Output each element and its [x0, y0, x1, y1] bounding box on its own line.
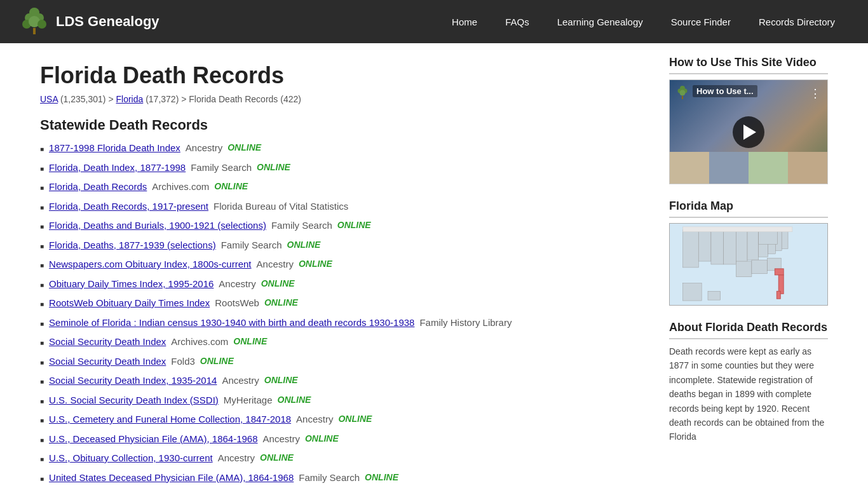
list-item: Social Security Death Index, 1935-2014 A…: [40, 374, 650, 388]
list-item: U.S., Deceased Physician File (AMA), 186…: [40, 432, 650, 447]
list-item: Obituary Daily Times Index, 1995-2016 An…: [40, 277, 650, 292]
record-link[interactable]: United States Deceased Physician File (A…: [49, 471, 294, 485]
map-section-title: Florida Map: [669, 200, 828, 218]
play-triangle-icon: [743, 125, 756, 140]
online-badge: ONLINE: [264, 374, 298, 387]
svg-rect-11: [682, 96, 683, 99]
online-badge: ONLINE: [214, 180, 248, 193]
nav-faqs[interactable]: FAQs: [491, 11, 543, 32]
record-link[interactable]: U.S. Social Security Death Index (SSDI): [49, 393, 219, 408]
record-source: Ancestry: [219, 277, 255, 292]
svg-rect-32: [708, 291, 721, 300]
svg-rect-24: [752, 260, 768, 274]
list-item: U.S. Social Security Death Index (SSDI) …: [40, 393, 650, 408]
online-badge: ONLINE: [287, 238, 321, 252]
online-badge: ONLINE: [261, 277, 295, 290]
record-source: Archives.com: [171, 335, 228, 349]
main-content: Florida Death Records USA (1,235,301) > …: [40, 56, 650, 488]
svg-point-10: [680, 90, 686, 96]
record-link[interactable]: Social Security Death Index: [49, 355, 166, 369]
online-badge: ONLINE: [227, 141, 261, 154]
record-link[interactable]: Florida, Deaths and Burials, 1900-1921 (…: [49, 219, 266, 233]
record-source: Family History Library: [419, 316, 512, 330]
main-nav: Home FAQs Learning Genealogy Source Find…: [438, 11, 849, 32]
list-item: Social Security Death Index Archives.com…: [40, 335, 650, 349]
list-item: Florida, Death Records Archives.com ONLI…: [40, 180, 650, 194]
record-link[interactable]: Social Security Death Index, 1935-2014: [49, 374, 217, 388]
record-source: Ancestry: [186, 141, 222, 156]
list-item: Social Security Death Index Fold3 ONLINE: [40, 355, 650, 369]
nav-learning-genealogy[interactable]: Learning Genealogy: [543, 11, 657, 32]
record-source: Florida Bureau of Vital Statistics: [214, 200, 348, 214]
svg-rect-31: [683, 283, 702, 301]
svg-rect-13: [683, 230, 699, 268]
about-section: About Florida Death Records Death record…: [669, 321, 828, 444]
video-bottom-strip: [670, 152, 827, 184]
record-link[interactable]: Florida, Death Records: [49, 180, 147, 194]
play-button[interactable]: [733, 116, 764, 148]
record-source: Ancestry: [257, 257, 294, 272]
record-link[interactable]: Seminole of Florida : Indian census 1930…: [49, 316, 414, 330]
record-source: Family Search: [221, 238, 282, 253]
video-thumb-inner: How to Use t... ⋮: [670, 80, 827, 184]
nav-home[interactable]: Home: [438, 11, 491, 32]
nav-source-finder[interactable]: Source Finder: [657, 11, 745, 32]
breadcrumb-florida-count: (17,372): [146, 94, 179, 104]
record-link[interactable]: U.S., Cemetery and Funeral Home Collecti…: [49, 412, 291, 427]
logo-link[interactable]: LDS Genealogy: [19, 6, 159, 37]
svg-rect-18: [747, 229, 759, 260]
svg-rect-14: [698, 230, 711, 261]
svg-rect-17: [736, 229, 747, 263]
video-menu-icon: ⋮: [810, 86, 821, 100]
video-overlay-text: How to Use t...: [693, 85, 757, 97]
record-source: MyHeritage: [224, 393, 273, 408]
online-badge: ONLINE: [337, 219, 371, 232]
record-source: Ancestry: [296, 412, 333, 427]
florida-map-container[interactable]: [669, 223, 828, 306]
page-wrapper: Florida Death Records USA (1,235,301) > …: [21, 43, 847, 488]
record-link[interactable]: Newspapers.com Obituary Index, 1800s-cur…: [49, 257, 251, 272]
list-item: Florida, Death Index, 1877-1998 Family S…: [40, 161, 650, 175]
video-thumbnail[interactable]: How to Use t... ⋮: [669, 79, 828, 184]
record-source: Family Search: [299, 471, 360, 485]
record-source: RootsWeb: [215, 296, 259, 311]
online-badge: ONLINE: [233, 335, 267, 348]
about-section-title: About Florida Death Records: [669, 321, 828, 339]
breadcrumb-usa-link[interactable]: USA: [40, 94, 58, 104]
record-source: Family Search: [271, 219, 332, 233]
record-link[interactable]: Social Security Death Index: [49, 335, 166, 349]
list-item: Newspapers.com Obituary Index, 1800s-cur…: [40, 257, 650, 272]
page-title: Florida Death Records: [40, 62, 650, 89]
breadcrumb: USA (1,235,301) > Florida (17,372) > Flo…: [40, 94, 650, 104]
record-link[interactable]: 1877-1998 Florida Death Index: [49, 141, 180, 156]
site-header: LDS Genealogy Home FAQs Learning Genealo…: [0, 0, 868, 43]
sidebar: How to Use This Site Video Ho: [669, 56, 828, 488]
list-item: RootsWeb Obituary Daily Times Index Root…: [40, 296, 650, 311]
online-badge: ONLINE: [305, 432, 339, 445]
record-link[interactable]: Florida, Death Index, 1877-1998: [49, 161, 186, 175]
record-link[interactable]: U.S., Deceased Physician File (AMA), 186…: [49, 432, 257, 447]
list-item: Florida, Deaths, 1877-1939 (selections) …: [40, 238, 650, 253]
record-link[interactable]: Florida, Deaths, 1877-1939 (selections): [49, 238, 216, 253]
record-link[interactable]: Florida, Death Records, 1917-present: [49, 200, 208, 214]
logo-text: LDS Genealogy: [56, 13, 159, 30]
svg-point-5: [37, 20, 46, 29]
list-item: United States Deceased Physician File (A…: [40, 471, 650, 485]
list-item: Florida, Deaths and Burials, 1900-1921 (…: [40, 219, 650, 233]
record-source: Ancestry: [222, 374, 259, 388]
online-badge: ONLINE: [260, 451, 294, 464]
record-source: Archives.com: [152, 180, 209, 194]
records-list: 1877-1998 Florida Death Index Ancestry O…: [40, 141, 650, 488]
record-link[interactable]: U.S., Obituary Collection, 1930-current: [49, 451, 213, 466]
breadcrumb-florida-link[interactable]: Florida: [116, 94, 143, 104]
online-badge: ONLINE: [200, 355, 234, 368]
svg-rect-26: [775, 269, 783, 275]
list-item: 1877-1998 Florida Death Index Ancestry O…: [40, 141, 650, 156]
logo-tree-icon: [19, 6, 50, 37]
record-link[interactable]: RootsWeb Obituary Daily Times Index: [49, 296, 210, 311]
list-item: U.S., Cemetery and Funeral Home Collecti…: [40, 412, 650, 427]
nav-records-directory[interactable]: Records Directory: [745, 11, 849, 32]
online-badge: ONLINE: [338, 412, 372, 426]
online-badge: ONLINE: [365, 471, 398, 484]
record-link[interactable]: Obituary Daily Times Index, 1995-2016: [49, 277, 214, 292]
